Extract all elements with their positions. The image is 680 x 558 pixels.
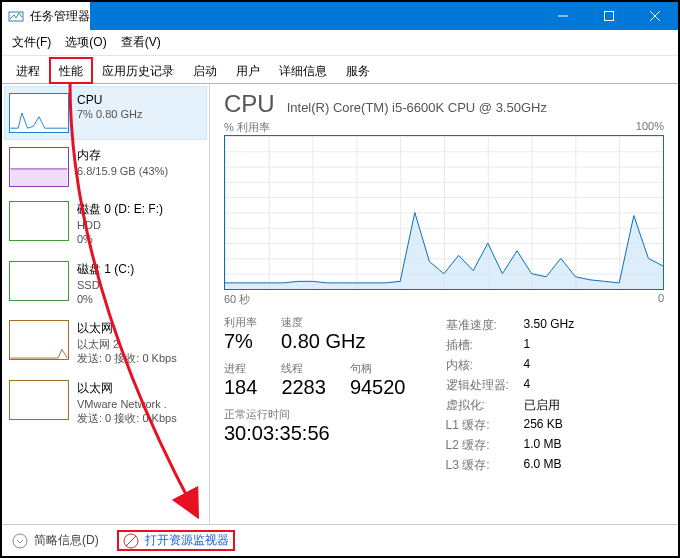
chart-xmax: 60 秒 (224, 292, 250, 307)
page-title: CPU (224, 90, 275, 118)
chevron-down-circle-icon (12, 533, 28, 549)
main-panel: CPU Intel(R) Core(TM) i5-6600K CPU @ 3.5… (210, 84, 678, 524)
ethernet-thumb-icon (9, 320, 69, 360)
app-icon (8, 8, 24, 24)
tab-strip: 进程 性能 应用历史记录 启动 用户 详细信息 服务 (2, 56, 678, 84)
menu-file[interactable]: 文件(F) (12, 34, 51, 51)
svg-marker-7 (225, 213, 663, 290)
sidebar[interactable]: CPU 7% 0.80 GHz 内存 6.8/15.9 GB (43%) 磁盘 … (2, 84, 210, 524)
sidebar-item-memory[interactable]: 内存 6.8/15.9 GB (43%) (4, 140, 207, 194)
cpu-utilization: 7% (224, 330, 257, 353)
maximize-button[interactable] (586, 2, 632, 30)
resource-monitor-icon (123, 533, 139, 549)
svg-point-8 (13, 534, 27, 548)
sidebar-item-label: CPU (77, 93, 142, 107)
cpu-processes: 184 (224, 376, 257, 399)
sidebar-item-ethernet-2[interactable]: 以太网 VMware Network . 发送: 0 接收: 0 Kbps (4, 373, 207, 433)
tab-users[interactable]: 用户 (226, 57, 270, 84)
disk-thumb-icon (9, 261, 69, 301)
tab-services[interactable]: 服务 (336, 57, 380, 84)
svg-rect-5 (11, 169, 68, 186)
sidebar-item-disk-0[interactable]: 磁盘 0 (D: E: F:) HDD 0% (4, 194, 207, 254)
status-bar: 简略信息(D) 打开资源监视器 (2, 524, 678, 556)
tab-processes[interactable]: 进程 (6, 57, 50, 84)
menu-view[interactable]: 查看(V) (121, 34, 161, 51)
tab-performance[interactable]: 性能 (49, 57, 93, 84)
cpu-threads: 2283 (281, 376, 326, 399)
tab-app-history[interactable]: 应用历史记录 (92, 57, 184, 84)
sidebar-item-disk-1[interactable]: 磁盘 1 (C:) SSD 0% (4, 254, 207, 314)
cpu-speed: 0.80 GHz (281, 330, 365, 353)
chart-ylabel: % 利用率 (224, 120, 270, 135)
tab-startup[interactable]: 启动 (183, 57, 227, 84)
chart-ymax: 100% (636, 120, 664, 135)
cpu-model: Intel(R) Core(TM) i5-6600K CPU @ 3.50GHz (287, 100, 547, 115)
minimize-button[interactable] (540, 2, 586, 30)
cpu-uptime: 30:03:35:56 (224, 422, 406, 445)
cpu-handles: 94520 (350, 376, 406, 399)
cpu-thumb-icon (9, 93, 69, 133)
title-bar: 任务管理器 (2, 2, 678, 30)
cpu-utilization-chart[interactable] (224, 135, 664, 290)
svg-rect-2 (605, 12, 614, 21)
window-title: 任务管理器 (30, 8, 90, 25)
svg-rect-0 (9, 12, 23, 21)
menu-options[interactable]: 选项(O) (65, 34, 106, 51)
sidebar-item-cpu[interactable]: CPU 7% 0.80 GHz (4, 86, 207, 140)
disk-thumb-icon (9, 201, 69, 241)
chart-xmin: 0 (658, 292, 664, 307)
open-resource-monitor-link[interactable]: 打开资源监视器 (117, 530, 235, 551)
svg-line-10 (126, 536, 136, 546)
menu-bar: 文件(F) 选项(O) 查看(V) (2, 30, 678, 56)
close-button[interactable] (632, 2, 678, 30)
memory-thumb-icon (9, 147, 69, 187)
ethernet-thumb-icon (9, 380, 69, 420)
fewer-details-button[interactable]: 简略信息(D) (12, 532, 99, 549)
tab-details[interactable]: 详细信息 (269, 57, 337, 84)
sidebar-item-ethernet-1[interactable]: 以太网 以太网 2 发送: 0 接收: 0 Kbps (4, 313, 207, 373)
